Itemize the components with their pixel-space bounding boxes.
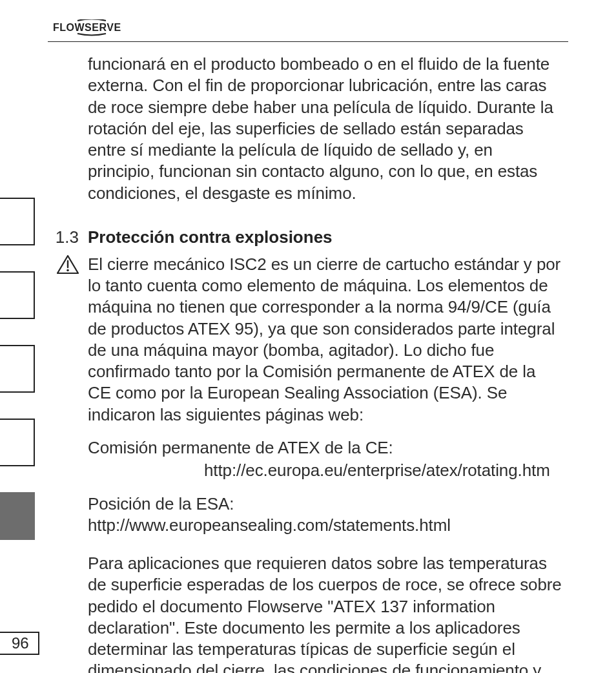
brand-logo: FLOWSERVE (53, 19, 130, 37)
warning-icon (57, 255, 79, 274)
section-body: El cierre mecánico ISC2 es un cierre de … (88, 254, 563, 673)
content-area: funcionará en el producto bombeado o en … (88, 54, 563, 673)
header-rule (48, 41, 568, 42)
side-tab-3[interactable] (0, 345, 35, 393)
page: FLOWSERVE funcionará en el producto bomb… (0, 0, 616, 673)
atex-commission-label: Comisión permanente de ATEX de la CE: (88, 437, 563, 459)
paragraph-continuation: funcionará en el producto bombeado o en … (88, 54, 563, 204)
side-tab-1[interactable] (0, 198, 35, 245)
section-number: 1.3 (50, 227, 79, 247)
side-tab-4[interactable] (0, 419, 35, 466)
side-tab-2[interactable] (0, 271, 35, 319)
side-tab-5-active[interactable] (0, 492, 35, 540)
atex-commission-block: Comisión permanente de ATEX de la CE: ht… (88, 437, 563, 482)
header: FLOWSERVE (53, 19, 568, 37)
section-title: Protección contra explosiones (88, 227, 333, 247)
paragraph-atex137: Para aplicaciones que requieren datos so… (88, 553, 563, 673)
side-tabs (0, 198, 35, 540)
svg-point-3 (67, 269, 69, 272)
atex-commission-url: http://ec.europa.eu/enterprise/atex/rota… (204, 460, 563, 481)
esa-position-line: Posición de la ESA: http://www.europeans… (88, 493, 563, 537)
svg-text:FLOWSERVE: FLOWSERVE (53, 22, 121, 33)
paragraph-section-intro: El cierre mecánico ISC2 es un cierre de … (88, 254, 563, 426)
page-number: 96 (0, 632, 39, 655)
section-heading: 1.3 Protección contra explosiones (50, 227, 563, 247)
